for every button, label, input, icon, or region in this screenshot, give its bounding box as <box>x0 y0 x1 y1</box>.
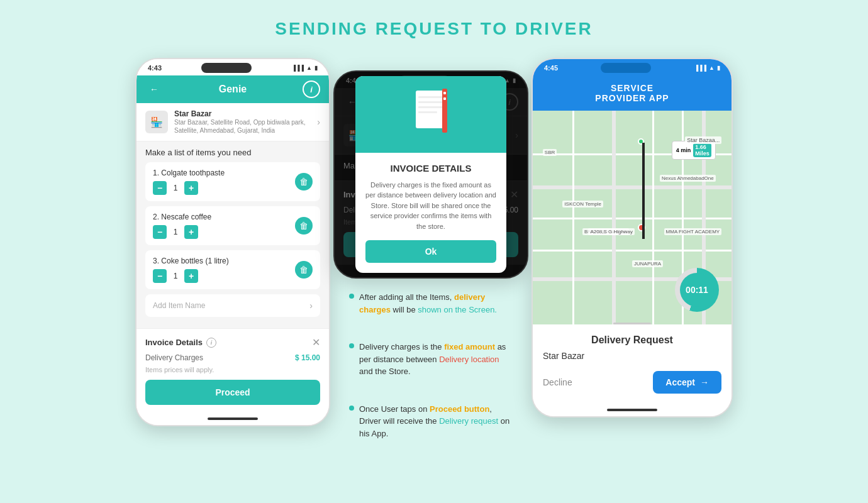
map-label-iskcon: ISKCON Temple <box>562 201 603 207</box>
item-card-1: 1. Colgate toothpaste − 1 + 🗑 <box>145 162 320 201</box>
invoice-modal: INVOICE DETAILS Delivery charges is the … <box>355 76 506 274</box>
decline-button[interactable]: Decline <box>543 377 572 387</box>
annotation-dot-1 <box>349 294 354 299</box>
item-3-name: 3. Coke bottles (1 litre) <box>153 257 295 265</box>
item-card-3: 3. Coke bottles (1 litre) − 1 + 🗑 <box>145 250 320 289</box>
timer-value: 00:11 <box>686 285 708 295</box>
time-label: 4 min <box>676 147 691 153</box>
svg-rect-4 <box>418 111 437 113</box>
middle-section: 4:44 ▐▐▐ ▲ ▮ ← Genie i 🏪 Star Bazar Sta <box>330 58 531 452</box>
modal-top <box>355 76 506 153</box>
back-button[interactable]: ← <box>145 80 163 98</box>
map-label-sbr: SBR <box>543 149 557 156</box>
store-info: Star Bazar Star Bazaar, Satellite Road, … <box>174 109 311 135</box>
qty-increase-btn-1[interactable]: + <box>184 181 198 195</box>
phone3-status-bar: 4:45 ▐▐▐ ▲ ▮ <box>533 59 732 75</box>
starbazar-map-label: Star Bazaa... <box>685 136 721 144</box>
invoice-title-row: Invoice Details i ✕ <box>145 336 320 348</box>
phones-container: 4:43 ▐▐▐ ▲ ▮ ← Genie i 🏪 Star Bazar Star… <box>13 58 855 452</box>
home-indicator <box>208 417 258 420</box>
invoice-info-icon[interactable]: i <box>206 338 216 348</box>
phone3-time: 4:45 <box>544 64 558 72</box>
map-label-nexus: Nexus AhmedabadOne <box>660 175 716 182</box>
svg-rect-5 <box>442 89 447 133</box>
modal-ok-button[interactable]: Ok <box>365 240 496 263</box>
svg-rect-1 <box>418 96 443 98</box>
qty-decrease-btn-2[interactable]: − <box>153 225 167 239</box>
item-2-name: 2. Nescafe coffee <box>153 213 295 221</box>
svg-rect-0 <box>415 90 447 129</box>
receipt-icon <box>412 89 450 140</box>
qty-decrease-btn-1[interactable]: − <box>153 181 167 195</box>
delivery-charges-row: Delivery Charges $ 15.00 <box>145 353 320 362</box>
delivery-charges-label: Delivery Charges <box>145 353 203 362</box>
modal-title: INVOICE DETAILS <box>365 163 496 174</box>
phone1-header-title: Genie <box>219 84 247 95</box>
annotation-1: After adding all the Items, delivery cha… <box>349 291 513 316</box>
add-item-placeholder: Add Item Name <box>153 301 205 310</box>
delivery-title: Delivery Request <box>543 334 721 346</box>
store-address: Star Bazaar, Satellite Road, Opp bidiwal… <box>174 118 311 135</box>
qty-value-3: 1 <box>170 272 181 280</box>
invoice-close-btn[interactable]: ✕ <box>312 336 320 348</box>
proceed-button[interactable]: Proceed <box>145 380 320 405</box>
qty-value-1: 1 <box>170 184 181 192</box>
qty-increase-btn-3[interactable]: + <box>184 269 198 283</box>
svg-rect-6 <box>443 92 446 94</box>
qty-value-2: 1 <box>170 228 181 236</box>
add-item-row[interactable]: Add Item Name › <box>145 294 320 317</box>
signal-icon-3: ▐▐▐ <box>694 65 706 71</box>
arrow-icon: → <box>700 377 709 387</box>
qty-decrease-btn-3[interactable]: − <box>153 269 167 283</box>
phone1-time: 4:43 <box>148 64 162 72</box>
map-divider <box>613 323 651 324</box>
map-label-mma: MMA FIGHT ACADEMY <box>664 228 722 235</box>
delete-btn-3[interactable]: 🗑 <box>295 261 313 279</box>
wifi-icon: ▲ <box>306 65 312 71</box>
phone1-app-header: ← Genie i <box>136 75 329 103</box>
delivery-charges-value: $ 15.00 <box>295 353 320 362</box>
delete-btn-2[interactable]: 🗑 <box>295 217 313 235</box>
timer-circle: 00:11 <box>675 268 719 312</box>
modal-text: Delivery charges is the fixed amount as … <box>365 180 496 232</box>
add-item-chevron-icon: › <box>309 301 313 311</box>
phone1-store-card[interactable]: 🏪 Star Bazar Star Bazaar, Satellite Road… <box>136 103 329 141</box>
store-name: Star Bazar <box>174 109 311 118</box>
modal-overlay: INVOICE DETAILS Delivery charges is the … <box>335 72 527 277</box>
phone-3: 4:45 ▐▐▐ ▲ ▮ SERVICE PROVIDER APP <box>531 58 733 417</box>
phone1-bottom-bar <box>136 412 329 425</box>
store-icon: 🏪 <box>145 111 168 133</box>
timer-inner: 00:11 <box>680 273 714 307</box>
annotation-2: Delivery charges is the fixed amount as … <box>349 341 513 378</box>
item-1-name: 1. Colgate toothpaste <box>153 169 295 177</box>
item-1-qty-control: − 1 + <box>153 181 295 195</box>
service-header: SERVICE PROVIDER APP <box>533 75 732 111</box>
delete-btn-1[interactable]: 🗑 <box>295 173 313 191</box>
modal-body: INVOICE DETAILS Delivery charges is the … <box>355 153 506 274</box>
info-button[interactable]: i <box>303 80 320 98</box>
qty-increase-btn-2[interactable]: + <box>184 225 198 239</box>
phone3-bottom-bar <box>533 404 732 416</box>
phone3-status-icons: ▐▐▐ ▲ ▮ <box>694 65 720 71</box>
map-label-junapura: JUNAPURA <box>632 260 663 267</box>
page-title: SENDING REQUEST TO DRIVER <box>275 19 593 39</box>
phone-2: 4:44 ▐▐▐ ▲ ▮ ← Genie i 🏪 Star Bazar Sta <box>333 70 528 279</box>
accept-button[interactable]: Accept → <box>653 371 721 394</box>
invoice-title: Invoice Details i <box>145 338 216 348</box>
distance-label: 1.66Miles <box>693 143 711 157</box>
phone-1: 4:43 ▐▐▐ ▲ ▮ ← Genie i 🏪 Star Bazar Star… <box>135 58 330 426</box>
item-3-left: 3. Coke bottles (1 litre) − 1 + <box>153 257 295 283</box>
annotation-dot-3 <box>349 406 354 411</box>
map-area: SBR BRAHLAD NAGAR JUNAPURA MMA FIGHT ACA… <box>533 111 732 324</box>
annotation-text-2: Delivery charges is the fixed amount as … <box>359 341 513 378</box>
svg-rect-7 <box>443 97 446 100</box>
item-3-qty-control: − 1 + <box>153 269 295 283</box>
delivery-panel: Delivery Request Star Bazar Decline Acce… <box>533 324 732 404</box>
home-indicator-3 <box>607 409 657 411</box>
battery-icon-3: ▮ <box>717 65 720 71</box>
annotation-3: Once User taps on Proceed button, Driver… <box>349 403 513 440</box>
phone3-notch <box>601 63 651 73</box>
items-note: Items prices will apply. <box>145 366 320 373</box>
list-title: Make a list of items you need <box>145 148 320 157</box>
phone1-status-icons: ▐▐▐ ▲ ▮ <box>292 65 318 71</box>
